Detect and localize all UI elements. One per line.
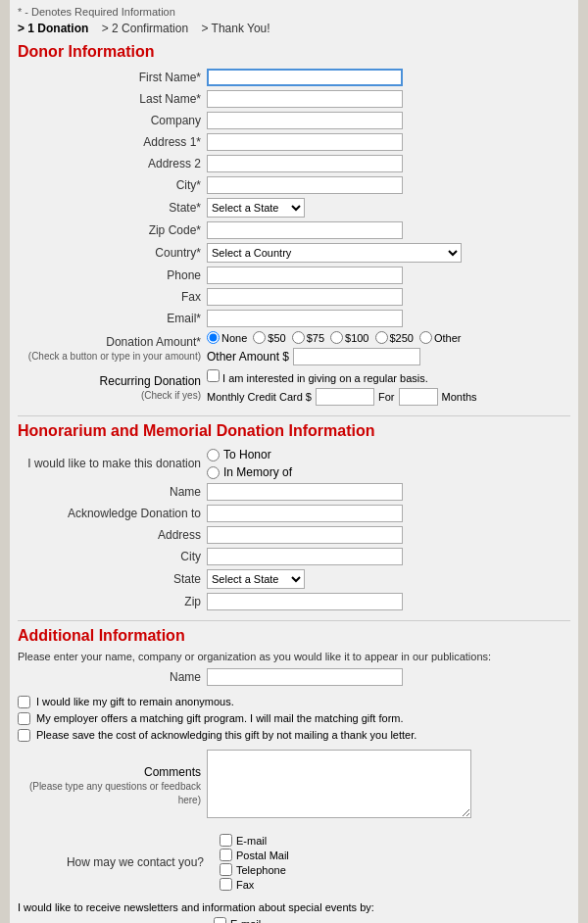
other-amount-label: Other Amount $: [207, 350, 289, 364]
address2-label: Address 2: [18, 153, 204, 174]
step-2[interactable]: > 2 Confirmation: [102, 22, 188, 35]
donation-75-radio[interactable]: [292, 331, 305, 344]
address2-input[interactable]: [207, 155, 403, 172]
donation-250-radio[interactable]: [375, 331, 388, 344]
donor-form-table: First Name* Last Name* Company Address 1…: [18, 67, 570, 408]
first-name-input[interactable]: [207, 69, 403, 86]
other-amount-input[interactable]: [293, 348, 420, 365]
honorarium-name-input[interactable]: [207, 483, 403, 501]
months-input[interactable]: [399, 388, 438, 406]
to-honor-row: To Honor: [207, 448, 271, 462]
address1-cell: [204, 131, 570, 153]
contact-fax-checkbox[interactable]: [220, 878, 232, 891]
recurring-checkbox-label[interactable]: I am interested in giving on a regular b…: [207, 372, 428, 384]
company-input[interactable]: [207, 112, 403, 129]
contact-postal-checkbox[interactable]: [220, 849, 232, 861]
last-name-input[interactable]: [207, 90, 403, 108]
state-select[interactable]: Select a State: [207, 198, 305, 218]
donation-none-label[interactable]: None: [207, 331, 247, 344]
phone-row: Phone: [18, 265, 570, 286]
recurring-checkbox[interactable]: [207, 369, 220, 382]
honorarium-zip-input[interactable]: [207, 593, 403, 610]
donation-100-text: $100: [345, 332, 368, 344]
monthly-amount-input[interactable]: [316, 388, 374, 406]
comments-textarea[interactable]: [207, 750, 471, 818]
donation-250-label[interactable]: $250: [375, 331, 414, 344]
donation-50-radio[interactable]: [253, 331, 266, 344]
recurring-row2: Monthly Credit Card $ For Months: [207, 388, 567, 406]
fax-label: Fax: [18, 286, 204, 308]
address2-row: Address 2: [18, 153, 570, 174]
first-name-row: First Name*: [18, 67, 570, 88]
first-name-cell: [204, 67, 570, 88]
acknowledge-label: Acknowledge Donation to: [18, 503, 204, 524]
honorarium-city-input[interactable]: [207, 548, 403, 565]
fax-input[interactable]: [207, 288, 403, 306]
additional-name-cell: [204, 666, 570, 688]
to-honor-label: To Honor: [223, 448, 271, 462]
donation-50-text: $50: [268, 332, 285, 344]
honorarium-options: To Honor In Memory of: [207, 448, 567, 479]
honorarium-state-select[interactable]: Select a State: [207, 569, 305, 589]
donation-amount-cell: None $50 $75 $100: [204, 329, 570, 367]
checkbox-matching-row: My employer offers a matching gift progr…: [18, 712, 570, 725]
in-memory-radio[interactable]: [207, 466, 220, 479]
honorarium-city-row: City: [18, 546, 570, 567]
address1-row: Address 1*: [18, 131, 570, 153]
checkbox-matching[interactable]: [18, 712, 30, 725]
company-row: Company: [18, 110, 570, 131]
city-row: City*: [18, 174, 570, 196]
newsletter-email-row: E-mail: [214, 917, 570, 923]
additional-name-input[interactable]: [207, 668, 403, 686]
checkbox-anonymous[interactable]: [18, 696, 30, 708]
state-row: State* Select a State: [18, 196, 570, 219]
phone-input[interactable]: [207, 267, 403, 284]
donation-none-radio[interactable]: [207, 331, 220, 344]
city-cell: [204, 174, 570, 196]
monthly-label: Monthly Credit Card $: [207, 391, 312, 403]
additional-note: Please enter your name, company or organ…: [18, 651, 570, 662]
contact-postal-label: Postal Mail: [236, 850, 289, 861]
contact-table: How may we contact you? E-mail Postal Ma…: [18, 831, 570, 894]
country-select[interactable]: Select a Country: [207, 243, 462, 263]
newsletter-email-checkbox[interactable]: [214, 917, 226, 923]
honorarium-state-label: State: [18, 567, 204, 591]
zip-input[interactable]: [207, 221, 403, 239]
divider-2: [18, 620, 570, 621]
donation-100-label[interactable]: $100: [330, 331, 368, 344]
recurring-text: I am interested in giving on a regular b…: [222, 372, 428, 384]
donation-radio-group: None $50 $75 $100: [207, 331, 567, 344]
donation-other-radio[interactable]: [419, 331, 432, 344]
last-name-row: Last Name*: [18, 88, 570, 110]
step-3[interactable]: > Thank You!: [201, 22, 270, 35]
checkbox-thankyou[interactable]: [18, 729, 30, 742]
recurring-cell: I am interested in giving on a regular b…: [204, 367, 570, 408]
divider-1: [18, 415, 570, 416]
donation-other-label[interactable]: Other: [419, 331, 462, 344]
to-honor-radio[interactable]: [207, 449, 220, 462]
email-row: Email*: [18, 308, 570, 329]
contact-email-checkbox[interactable]: [220, 834, 232, 847]
country-cell: Select a Country: [204, 241, 570, 265]
email-input[interactable]: [207, 310, 403, 327]
address1-input[interactable]: [207, 133, 403, 151]
comments-sub: (Please type any questions or feedback h…: [29, 781, 201, 805]
acknowledge-input[interactable]: [207, 505, 403, 522]
honorarium-state-row: State Select a State: [18, 567, 570, 591]
contact-label: How may we contact you?: [67, 855, 204, 869]
zip-row: Zip Code*: [18, 219, 570, 241]
donation-100-radio[interactable]: [330, 331, 343, 344]
donation-amount-sub: (Check a button or type in your amount): [28, 351, 201, 362]
donation-75-label[interactable]: $75: [292, 331, 324, 344]
city-input[interactable]: [207, 176, 403, 194]
other-amount-row: Other Amount $: [207, 348, 567, 365]
steps-bar: > 1 Donation > 2 Confirmation > Thank Yo…: [18, 22, 570, 35]
step-1[interactable]: > 1 Donation: [18, 22, 88, 35]
honorarium-city-label: City: [18, 546, 204, 567]
honorarium-address-input[interactable]: [207, 526, 403, 544]
for-label: For: [378, 391, 395, 403]
honorarium-zip-label: Zip: [18, 591, 204, 612]
donation-50-label[interactable]: $50: [253, 331, 285, 344]
contact-telephone-checkbox[interactable]: [220, 863, 232, 876]
company-cell: [204, 110, 570, 131]
